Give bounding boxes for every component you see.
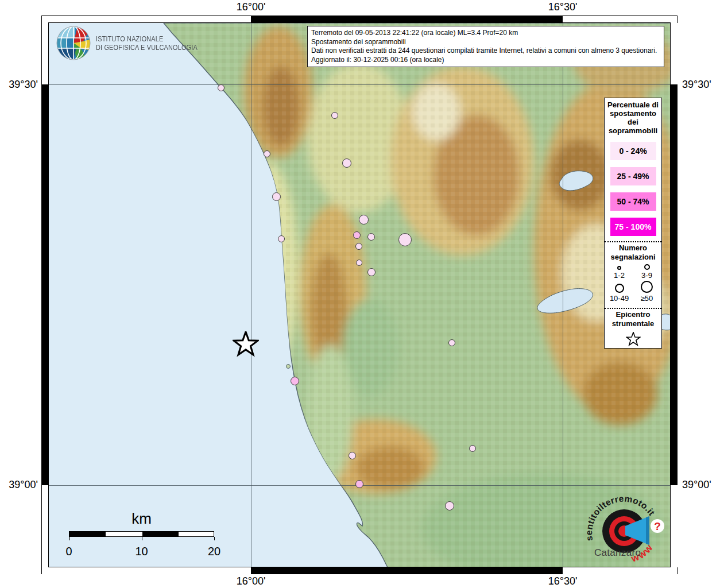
report-circle [218, 84, 224, 91]
scale-bar-number: 0 [65, 545, 72, 558]
ingv-name-line1: ISTITUTO NAZIONALE [96, 34, 198, 43]
legend-class-swatch: 50 - 74% [610, 192, 656, 211]
legend-count-item: 3-9 [634, 264, 660, 280]
legend-epicenter-title: Epicentro strumentale [605, 310, 661, 328]
event-title: Terremoto del 09-05-2013 22:41:22 (ora l… [311, 29, 660, 38]
lon-label-top-right: 16°30' [528, 1, 597, 13]
ingv-globe-icon [56, 25, 91, 61]
report-circle [448, 339, 455, 346]
legend-star-icon [626, 332, 641, 347]
report-circle [367, 268, 376, 276]
legend-count-item: ≥50 [634, 281, 660, 303]
ingv-name-line2: DI GEOFISICA E VULCANOLOGIA [96, 43, 198, 52]
lon-label-bottom-right: 16°30' [528, 575, 597, 587]
legend-count-symbols: 1-23-910-49≥50 [607, 264, 660, 303]
event-info-box: Terremoto del 09-05-2013 22:41:22 (ora l… [307, 26, 664, 67]
count-label: 1-2 [614, 271, 625, 280]
count-circle-icon [644, 264, 650, 270]
frame-bar-right [671, 23, 678, 567]
report-circle [355, 243, 362, 250]
report-circle [367, 233, 375, 241]
event-disclaimer: Dati non verificati estratti da 244 ques… [311, 47, 660, 56]
report-circle [398, 233, 412, 246]
scale-bar-unit: km [69, 510, 214, 528]
report-circle [331, 112, 338, 119]
ingv-logo: ISTITUTO NAZIONALE DI GEOFISICA E VULCAN… [56, 25, 217, 61]
report-circle [356, 260, 362, 266]
count-label: 10-49 [610, 294, 629, 303]
report-circle [278, 235, 285, 242]
report-circle [272, 192, 281, 201]
legend-divider-2 [605, 308, 661, 309]
frame-bar-bottom [42, 567, 677, 574]
scale-bar-number: 10 [135, 545, 148, 558]
epicenter-star-icon [233, 331, 259, 358]
lon-label-bottom-left: 16°00' [216, 575, 285, 587]
report-circle [469, 445, 476, 452]
count-label: 3-9 [641, 271, 652, 280]
frame-bar-left [42, 23, 49, 567]
map-canvas: Terremoto del 09-05-2013 22:41:22 (ora l… [49, 23, 671, 567]
frame-bar-top [42, 16, 677, 23]
legend-panel: Percentuale di spostamento dei soprammob… [604, 98, 662, 349]
legend-class-swatch: 25 - 49% [610, 167, 656, 185]
legend-class-swatch: 75 - 100% [610, 218, 656, 236]
ingv-felt-report-map: 16°00' 16°30' 16°00' 16°30' 39°30' 39°00… [0, 0, 720, 588]
count-circle-icon [615, 284, 624, 293]
lat-label-left-bottom: 39°00' [0, 479, 38, 491]
event-updated: Aggiornato il: 30-12-2025 00:16 (ora loc… [311, 56, 660, 65]
scale-bar-track [69, 531, 214, 537]
scale-bar: km 01020 [69, 510, 214, 552]
lat-label-right-top: 39°30' [682, 79, 720, 91]
report-circle [264, 150, 270, 157]
count-circle-icon [617, 266, 621, 270]
count-circle-icon [641, 281, 653, 293]
legend-count-item: 10-49 [607, 281, 632, 303]
report-circle [355, 480, 363, 488]
report-circle [291, 377, 299, 385]
count-label: ≥50 [641, 294, 653, 303]
event-subtitle: Spostamento dei soprammobili [311, 38, 660, 47]
lon-label-top-left: 16°00' [216, 1, 285, 13]
felt-report-points-layer [49, 23, 671, 567]
legend-count-item: 1-2 [607, 264, 632, 280]
city-label-catanzaro: Catanzaro [594, 547, 641, 559]
report-circle [342, 158, 351, 168]
legend-title: Percentuale di spostamento dei soprammob… [606, 100, 660, 135]
legend-class-swatch: 0 - 24% [610, 142, 656, 160]
report-circle [445, 501, 454, 510]
report-circle [349, 452, 356, 459]
report-circle [359, 215, 369, 225]
lat-label-left-top: 39°30' [0, 79, 38, 91]
scale-bar-number: 20 [208, 545, 220, 558]
legend-divider [605, 241, 661, 242]
report-circle [353, 231, 361, 239]
hsit-question-mark: ? [654, 520, 661, 532]
legend-counts-title: Numero segnalazioni [605, 243, 661, 262]
legend-color-classes: 0 - 24%25 - 49%50 - 74%75 - 100% [610, 135, 656, 236]
lat-label-right-bottom: 39°00' [682, 479, 720, 491]
scale-bar-labels: 01020 [69, 537, 214, 552]
